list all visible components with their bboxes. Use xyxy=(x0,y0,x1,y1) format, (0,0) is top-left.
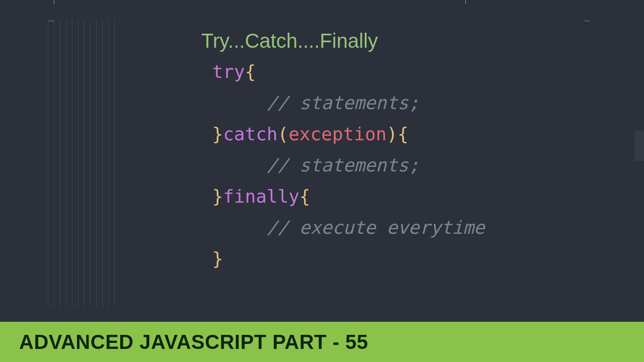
indent-guide-line xyxy=(72,20,72,307)
footer-banner: ADVANCED JAVASCRIPT PART - 55 xyxy=(0,322,644,362)
brace-open: { xyxy=(299,186,310,207)
finally-keyword: finally xyxy=(223,186,299,207)
paren-close: ) xyxy=(387,124,398,144)
tilde-icon: ~ xyxy=(584,14,590,27)
code-line: // statements; xyxy=(201,87,485,119)
brace-open: { xyxy=(245,61,256,82)
indent-guide-line xyxy=(60,20,60,307)
indent-guide-line xyxy=(108,20,109,307)
code-line: try{ xyxy=(201,56,485,87)
indent-guide-line xyxy=(54,20,54,307)
indent-guide-line xyxy=(102,20,103,307)
paren-open: ( xyxy=(278,124,289,144)
code-block[interactable]: Try...Catch....Finally try{ // statement… xyxy=(201,25,485,275)
indent-guide-line xyxy=(90,20,91,307)
comment-text: // statements; xyxy=(267,93,419,113)
brace-close: } xyxy=(212,248,223,269)
indent-guide-line xyxy=(114,20,115,307)
brace-open: { xyxy=(397,124,409,144)
code-editor-area: ~ ~ Try...Catch....Finally try{ // state… xyxy=(0,0,644,322)
code-line: // statements; xyxy=(201,150,485,181)
brace-close: } xyxy=(212,186,223,207)
indent-guide-line xyxy=(96,20,97,307)
code-line: // execute everytime xyxy=(201,212,485,243)
comment-text: // execute everytime xyxy=(267,217,485,238)
indent-guide-line xyxy=(66,20,66,307)
footer-title: ADVANCED JAVASCRIPT PART - 55 xyxy=(19,331,368,353)
comment-text: // statements; xyxy=(267,155,419,175)
code-line: } xyxy=(201,243,485,275)
try-keyword: try xyxy=(212,61,245,82)
brace-close: } xyxy=(212,124,223,144)
code-line: }catch(exception){ xyxy=(201,119,485,150)
scrollbar-region[interactable] xyxy=(635,131,644,161)
ruler-top xyxy=(0,0,644,4)
catch-keyword: catch xyxy=(223,124,277,144)
ruler-mark xyxy=(465,0,466,4)
section-heading: Try...Catch....Finally xyxy=(201,25,485,56)
code-line: }finally{ xyxy=(201,181,485,212)
indent-guide-line xyxy=(84,20,85,307)
ruler-mark xyxy=(54,0,54,4)
indent-guide-line xyxy=(78,20,78,307)
indent-guide-line xyxy=(48,20,48,307)
exception-param: exception xyxy=(288,124,386,144)
